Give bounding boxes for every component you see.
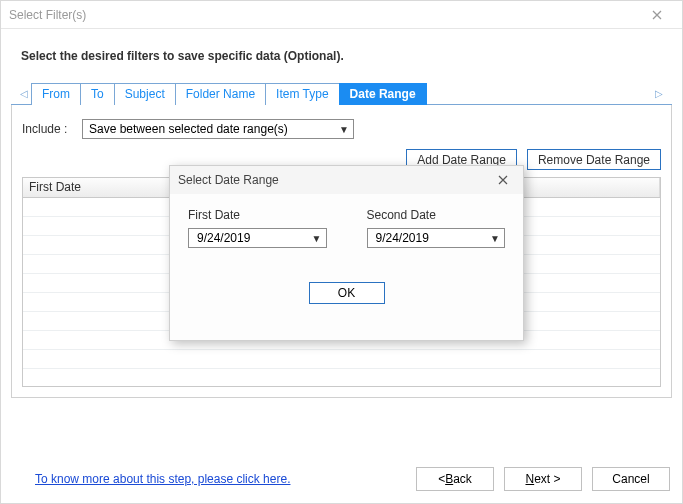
select-date-range-dialog: Select Date Range First Date 9/24/2019 ▼…: [169, 165, 524, 341]
ok-button[interactable]: OK: [309, 282, 385, 304]
second-date-picker[interactable]: 9/24/2019 ▼: [367, 228, 506, 248]
modal-titlebar: Select Date Range: [170, 166, 523, 194]
modal-close-button[interactable]: [491, 173, 515, 188]
chevron-down-icon: ▼: [490, 233, 502, 244]
first-date-label: First Date: [188, 208, 327, 222]
chevron-down-icon: ▼: [312, 233, 324, 244]
first-date-value: 9/24/2019: [197, 231, 250, 245]
close-icon: [498, 175, 508, 185]
modal-body: First Date 9/24/2019 ▼ Second Date 9/24/…: [170, 194, 523, 340]
first-date-picker[interactable]: 9/24/2019 ▼: [188, 228, 327, 248]
second-date-value: 9/24/2019: [376, 231, 429, 245]
second-date-label: Second Date: [367, 208, 506, 222]
select-filters-window: Select Filter(s) Select the desired filt…: [0, 0, 683, 504]
modal-title: Select Date Range: [178, 173, 279, 187]
